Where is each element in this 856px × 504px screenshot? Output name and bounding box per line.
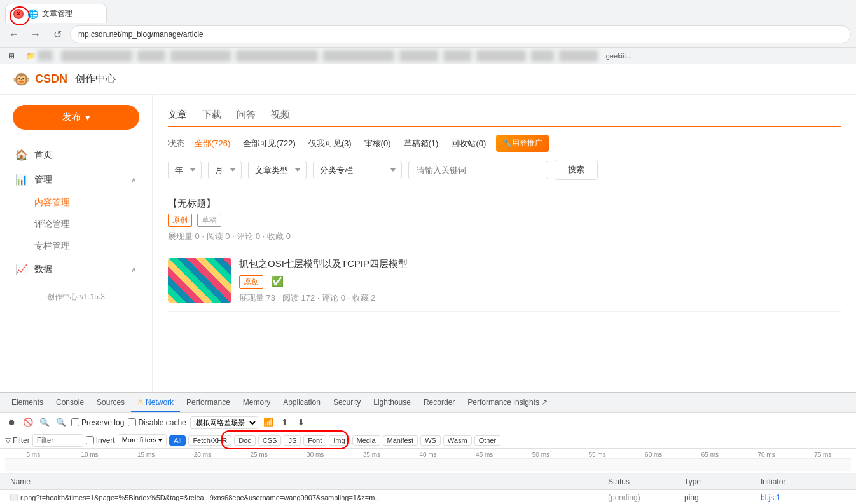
tab-article[interactable]: 文章 (168, 105, 187, 126)
article-type-select[interactable]: 文章类型 (248, 161, 307, 179)
filter-type-wasm[interactable]: Wasm (443, 435, 472, 446)
disable-cache-checkbox-label: Disable cache (128, 418, 186, 427)
keyword-input[interactable] (408, 161, 548, 179)
more-filters-button[interactable]: More filters ▾ (118, 434, 167, 446)
sidebar: 发布 ▾ 🏠 首页 📊 管理 ∧ 内容管理 评论管理 专栏管理 📈 (0, 95, 153, 392)
publish-button[interactable]: 发布 ▾ (13, 105, 139, 130)
timeline-label-75: 75 ms (794, 451, 851, 458)
sidebar-item-home[interactable]: 🏠 首页 (0, 142, 152, 167)
filter-chip-private[interactable]: 仅我可见(3) (306, 137, 354, 151)
tab-download[interactable]: 下载 (202, 105, 221, 126)
filter-icon-btn[interactable]: 🔍 (38, 416, 51, 429)
dt-tab-console[interactable]: Console (50, 393, 90, 412)
online-icon[interactable]: 📶 (262, 416, 275, 429)
dt-tab-recorder[interactable]: Recorder (417, 393, 461, 412)
dt-tab-network[interactable]: ⚠ Network (131, 393, 180, 412)
filter-chip-recycle[interactable]: 回收站(0) (448, 137, 488, 151)
dt-tab-elements[interactable]: Elements (5, 393, 50, 412)
search-icon-btn[interactable]: 🔍 (55, 416, 67, 429)
year-select[interactable]: 年 (168, 161, 202, 179)
record-button[interactable]: ⏺ (5, 416, 18, 429)
bookmark-3[interactable]: ██████████ (170, 50, 231, 62)
chevron-up-icon: ∧ (131, 175, 137, 184)
reload-button[interactable]: ↺ (48, 25, 66, 43)
filter-chip-all[interactable]: 全部(726) (192, 137, 233, 151)
dt-tab-lighthouse[interactable]: Lighthouse (367, 393, 417, 412)
csdn-monkey-icon: 🐵 (13, 71, 30, 88)
filter-type-js[interactable]: JS (284, 435, 301, 446)
back-button[interactable]: ← (5, 25, 23, 43)
dt-tab-sources[interactable]: Sources (90, 393, 131, 412)
preserve-log-checkbox[interactable] (71, 418, 79, 426)
main-layout: 发布 ▾ 🏠 首页 📊 管理 ∧ 内容管理 评论管理 专栏管理 📈 (0, 95, 856, 392)
sidebar-item-data[interactable]: 📈 数据 ∧ (0, 257, 152, 282)
filter-type-font[interactable]: Font (303, 435, 326, 446)
content-tabs: 文章 下载 问答 视频 (168, 105, 841, 127)
timeline-label-20: 20 ms (174, 451, 231, 458)
network-condition-select[interactable]: 模拟网络差场景 (190, 416, 258, 429)
bookmark-6[interactable]: ██████ (399, 50, 438, 62)
article-2-stats: 展现量 73 · 阅读 172 · 评论 0 · 收藏 2 (239, 292, 841, 304)
bookmark-folder[interactable]: 📁 搜索 (23, 49, 56, 62)
bookmark-1[interactable]: ████████████ (61, 50, 132, 62)
category-select[interactable]: 分类专栏 (313, 161, 402, 179)
filter-type-doc[interactable]: Doc (234, 435, 256, 446)
url-input[interactable] (70, 25, 851, 43)
sidebar-item-content-manage[interactable]: 内容管理 (0, 192, 152, 214)
filter-type-media[interactable]: Media (352, 435, 380, 446)
filter-chip-review[interactable]: 审核(0) (362, 137, 394, 151)
filter-chip-visible[interactable]: 全部可见(722) (240, 137, 298, 151)
bookmark-geek[interactable]: geekiii... (603, 51, 635, 61)
filter-type-css[interactable]: CSS (258, 435, 282, 446)
search-button[interactable]: 搜索 (555, 160, 598, 180)
download-icon[interactable]: ⬇ (295, 416, 308, 429)
sidebar-item-comment-manage[interactable]: 评论管理 (0, 214, 152, 235)
network-row-0[interactable]: r.png?t=health&times=1&page=%5Bindex%5D&… (0, 490, 856, 504)
active-tab: × 🌐 文章管理 (5, 4, 107, 23)
clear-button[interactable]: 🚫 (22, 416, 34, 429)
filter-input[interactable] (32, 434, 83, 447)
bookmark-10[interactable]: ██████ (559, 50, 598, 62)
promo-button[interactable]: 🔧用券推广 (496, 135, 549, 152)
filter-type-ws[interactable]: WS (420, 435, 441, 446)
bookmark-2[interactable]: ████ (137, 50, 165, 62)
bookmark-9[interactable]: ███ (531, 50, 554, 62)
row-0-type: ping (679, 492, 756, 503)
invert-checkbox[interactable] (86, 436, 94, 444)
bookmarks-apps[interactable]: ⊞ (5, 50, 18, 62)
month-select[interactable]: 月 (208, 161, 242, 179)
manage-subnav: 内容管理 评论管理 专栏管理 (0, 192, 152, 257)
bookmark-5[interactable]: ████████████ (323, 50, 394, 62)
article-1-title[interactable]: 【无标题】 (168, 198, 216, 208)
devtools-panel: Elements Console Sources ⚠ Network Perfo… (0, 392, 856, 504)
row-0-initiator-link[interactable]: bl.js:1 (761, 493, 780, 502)
tab-qa[interactable]: 问答 (237, 105, 256, 126)
sidebar-item-manage[interactable]: 📊 管理 ∧ (0, 167, 152, 192)
article-1-tags: 原创 草稿 (168, 214, 841, 227)
filter-type-manifest[interactable]: Manifest (383, 435, 418, 446)
bookmark-7[interactable]: ████ (443, 50, 471, 62)
disable-cache-checkbox[interactable] (128, 418, 136, 426)
dt-tab-memory[interactable]: Memory (237, 393, 277, 412)
sidebar-item-column-manage[interactable]: 专栏管理 (0, 235, 152, 257)
tab-video[interactable]: 视频 (271, 105, 290, 126)
forward-button[interactable]: → (27, 25, 45, 43)
filter-chip-draft[interactable]: 草稿箱(1) (401, 137, 441, 151)
dt-tab-security[interactable]: Security (327, 393, 367, 412)
filter-type-img[interactable]: Img (329, 435, 349, 446)
upload-icon[interactable]: ⬆ (279, 416, 291, 429)
filter-type-other[interactable]: Other (474, 435, 501, 446)
verified-icon: ✅ (271, 275, 284, 289)
article-2-title[interactable]: 抓包之OSI七层模型以及TCPIP四层模型 (239, 258, 841, 270)
timeline-label-40: 40 ms (400, 451, 457, 458)
bookmark-8[interactable]: ████████ (476, 50, 526, 62)
dt-tab-performance[interactable]: Performance (180, 393, 237, 412)
bookmark-4[interactable]: ██████████████ (236, 50, 318, 62)
dt-tab-perf-insights[interactable]: Performance insights ↗ (461, 393, 554, 412)
page-content: 🐵 CSDN 创作中心 发布 ▾ 🏠 首页 📊 管理 ∧ 内 (0, 64, 856, 392)
filter-type-all[interactable]: All (169, 435, 186, 446)
network-table-header: Name Status Type Initiator (0, 474, 856, 490)
close-tab-button[interactable]: × (13, 9, 24, 19)
dt-tab-application[interactable]: Application (277, 393, 327, 412)
filter-type-fetch-xhr[interactable]: Fetch/XHR (188, 435, 231, 446)
